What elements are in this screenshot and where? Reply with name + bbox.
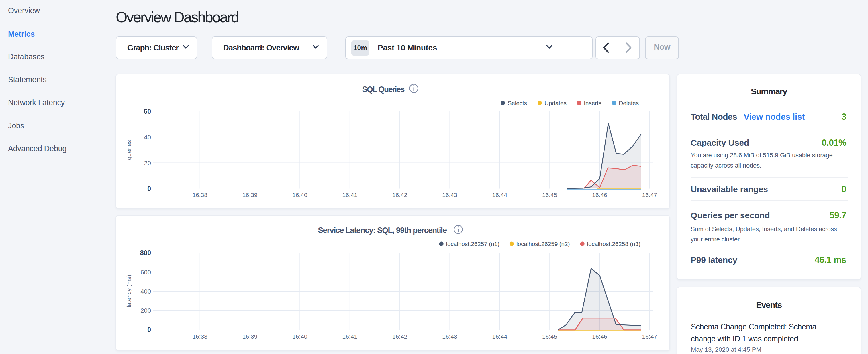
svg-text:16:41: 16:41 bbox=[342, 192, 358, 198]
svg-text:0: 0 bbox=[147, 326, 151, 333]
svg-text:Updates: Updates bbox=[545, 100, 566, 106]
svg-text:16:38: 16:38 bbox=[192, 192, 208, 198]
svg-text:16:39: 16:39 bbox=[242, 333, 258, 340]
svg-text:Inserts: Inserts bbox=[584, 100, 601, 106]
svg-text:16:45: 16:45 bbox=[542, 192, 557, 198]
svg-text:Service Latency: SQL, 99th per: Service Latency: SQL, 99th percentile bbox=[318, 226, 447, 234]
svg-text:queries: queries bbox=[125, 140, 132, 160]
svg-text:16:43: 16:43 bbox=[442, 333, 457, 340]
svg-text:200: 200 bbox=[141, 307, 151, 314]
svg-text:60: 60 bbox=[144, 108, 151, 115]
svg-text:latency (ms): latency (ms) bbox=[125, 275, 132, 307]
svg-text:0: 0 bbox=[147, 185, 151, 192]
svg-text:16:40: 16:40 bbox=[292, 192, 308, 198]
svg-text:40: 40 bbox=[144, 134, 151, 141]
svg-text:16:39: 16:39 bbox=[242, 192, 258, 198]
svg-text:16:40: 16:40 bbox=[292, 333, 308, 340]
svg-text:16:46: 16:46 bbox=[592, 333, 607, 340]
svg-text:400: 400 bbox=[141, 288, 151, 295]
svg-text:16:38: 16:38 bbox=[192, 333, 208, 340]
svg-text:20: 20 bbox=[144, 160, 151, 167]
svg-text:localhost:26259 (n2): localhost:26259 (n2) bbox=[517, 240, 570, 247]
svg-text:16:41: 16:41 bbox=[342, 333, 358, 340]
svg-text:localhost:26257 (n1): localhost:26257 (n1) bbox=[446, 240, 499, 247]
svg-text:16:44: 16:44 bbox=[492, 192, 507, 198]
svg-text:16:45: 16:45 bbox=[542, 333, 557, 340]
svg-text:16:47: 16:47 bbox=[642, 192, 657, 198]
svg-text:800: 800 bbox=[140, 249, 151, 257]
svg-text:16:43: 16:43 bbox=[442, 192, 457, 198]
svg-text:16:42: 16:42 bbox=[392, 192, 407, 198]
svg-text:16:46: 16:46 bbox=[592, 192, 607, 198]
svg-text:SQL Queries: SQL Queries bbox=[362, 85, 405, 94]
svg-text:600: 600 bbox=[141, 269, 151, 276]
svg-text:16:47: 16:47 bbox=[642, 333, 657, 340]
svg-text:localhost:26258 (n3): localhost:26258 (n3) bbox=[587, 240, 641, 247]
svg-text:16:44: 16:44 bbox=[492, 333, 507, 340]
svg-text:Deletes: Deletes bbox=[619, 100, 639, 106]
svg-text:Selects: Selects bbox=[507, 100, 527, 106]
svg-text:16:42: 16:42 bbox=[392, 333, 407, 340]
